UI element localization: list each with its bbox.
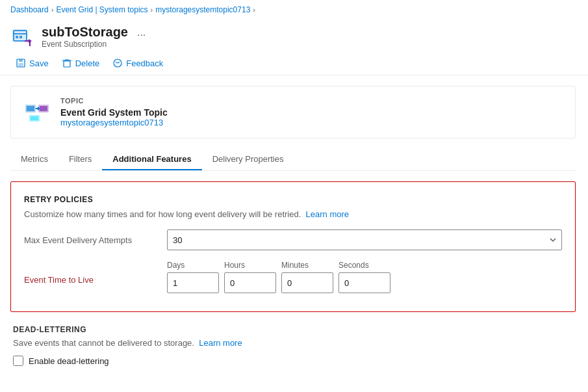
feedback-icon — [112, 58, 123, 68]
breadcrumb-dashboard[interactable]: Dashboard — [10, 5, 49, 14]
tab-delivery-properties[interactable]: Delivery Properties — [202, 149, 294, 170]
svg-rect-4 — [19, 36, 22, 38]
ellipsis-button[interactable]: ... — [133, 25, 149, 40]
ttl-hours-input[interactable] — [224, 272, 276, 293]
breadcrumb-topic[interactable]: mystoragesystemtopic0713 — [155, 5, 250, 14]
feedback-button[interactable]: Feedback — [107, 55, 168, 71]
ttl-label: Event Time to Live — [24, 261, 167, 285]
topic-card-label: TOPIC — [60, 97, 168, 105]
svg-rect-7 — [19, 59, 23, 62]
page-title-text: subToStorage — [42, 25, 128, 40]
max-attempts-select-wrapper: 1 5 10 15 20 25 30 — [167, 229, 562, 250]
tab-additional-features[interactable]: Additional Features — [102, 149, 201, 170]
tab-filters[interactable]: Filters — [58, 149, 102, 170]
svg-rect-9 — [64, 61, 70, 67]
tab-content: RETRY POLICIES Customize how many times … — [10, 171, 576, 366]
ttl-seconds-label: Seconds — [339, 261, 390, 270]
delete-button[interactable]: Delete — [57, 55, 105, 71]
ttl-hours-field: Hours — [224, 261, 276, 293]
dead-letter-title: DEAD-LETTERING — [13, 325, 573, 334]
main-content: TOPIC Event Grid System Topic mystorages… — [0, 75, 588, 376]
ttl-minutes-input[interactable] — [281, 272, 333, 293]
dead-letter-learn-more[interactable]: Learn more — [199, 338, 242, 348]
delete-icon — [62, 58, 72, 68]
ttl-seconds-input[interactable] — [339, 272, 390, 293]
breadcrumb-sep-3: › — [253, 6, 255, 14]
ttl-days-field: Days — [167, 261, 219, 293]
tabs: Metrics Filters Additional Features Deli… — [10, 149, 576, 171]
breadcrumb-sep-1: › — [51, 6, 54, 14]
ttl-seconds-field: Seconds — [339, 261, 390, 293]
svg-rect-18 — [40, 106, 47, 111]
max-attempts-label: Max Event Delivery Attempts — [24, 235, 167, 245]
retry-policies-section: RETRY POLICIES Customize how many times … — [10, 181, 576, 312]
topic-card: TOPIC Event Grid System Topic mystorages… — [10, 86, 576, 138]
dead-letter-section: DEAD-LETTERING Save events that cannot b… — [10, 325, 576, 366]
toolbar: Save Delete Feedback — [0, 51, 588, 75]
page-header: subToStorage ... Event Subscription — [0, 20, 588, 51]
save-button[interactable]: Save — [10, 55, 54, 71]
breadcrumb: Dashboard › Event Grid | System topics ›… — [0, 0, 588, 20]
max-attempts-select[interactable]: 1 5 10 15 20 25 30 — [167, 229, 562, 250]
dead-letter-checkbox[interactable] — [13, 356, 23, 366]
max-attempts-control: 1 5 10 15 20 25 30 — [167, 229, 562, 250]
event-subscription-icon — [12, 27, 32, 47]
page-icon — [10, 25, 34, 49]
page-subtitle: Event Subscription — [42, 40, 578, 49]
svg-rect-8 — [18, 63, 23, 66]
svg-rect-16 — [27, 106, 34, 111]
topic-card-link[interactable]: mystoragesystemtopic0713 — [60, 118, 163, 127]
max-attempts-row: Max Event Delivery Attempts 1 5 10 15 20… — [24, 229, 562, 250]
ttl-minutes-label: Minutes — [281, 261, 333, 270]
ttl-days-label: Days — [167, 261, 219, 270]
breadcrumb-sep-2: › — [151, 6, 153, 14]
retry-policies-desc: Customize how many times and for how lon… — [24, 209, 562, 219]
topic-card-name: Event Grid System Topic — [60, 107, 168, 118]
svg-rect-3 — [16, 36, 18, 38]
ttl-days-input[interactable] — [167, 272, 219, 293]
svg-rect-22 — [31, 116, 38, 120]
breadcrumb-system-topics[interactable]: Event Grid | System topics — [56, 5, 147, 14]
retry-policies-title: RETRY POLICIES — [24, 195, 562, 204]
topic-card-icon — [24, 99, 50, 125]
tab-metrics[interactable]: Metrics — [10, 149, 58, 170]
ttl-minutes-field: Minutes — [281, 261, 333, 293]
save-icon — [16, 58, 26, 68]
enable-dead-lettering-row: Enable dead-lettering — [13, 356, 573, 366]
dead-letter-desc: Save events that cannot be delivered to … — [13, 338, 573, 348]
ttl-fields: Days Hours Minutes Seconds — [167, 261, 562, 293]
ttl-hours-label: Hours — [224, 261, 276, 270]
retry-learn-more[interactable]: Learn more — [306, 209, 349, 219]
dead-letter-checkbox-label: Enable dead-lettering — [29, 356, 109, 366]
page-header-info: subToStorage ... Event Subscription — [42, 25, 578, 49]
ttl-row: Event Time to Live Days Hours Minutes — [24, 261, 562, 293]
page-title: subToStorage ... — [42, 25, 578, 40]
topic-card-info: TOPIC Event Grid System Topic mystorages… — [60, 97, 168, 127]
